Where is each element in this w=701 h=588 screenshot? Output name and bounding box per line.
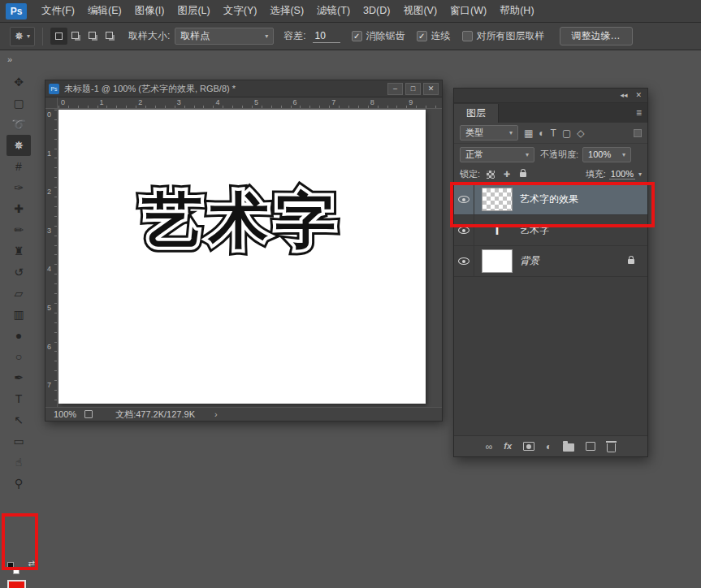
menu-item[interactable]: 窗口(W) xyxy=(444,0,493,22)
sample-all-layers-checkbox[interactable]: 对所有图层取样 xyxy=(462,29,545,43)
new-group-icon[interactable] xyxy=(563,443,574,452)
collapse-panel-icon[interactable]: ◂◂ xyxy=(620,92,627,99)
delete-layer-icon[interactable] xyxy=(607,443,616,452)
blend-mode-dropdown[interactable]: 正常 ▾ xyxy=(460,147,534,162)
gradient-tool[interactable]: ▥ xyxy=(6,304,31,325)
visibility-toggle[interactable] xyxy=(454,246,474,276)
lasso-tool[interactable]: ➰ xyxy=(6,114,31,135)
menu-item[interactable]: 帮助(H) xyxy=(493,0,540,22)
separator xyxy=(42,28,43,45)
link-layers-icon[interactable]: ∞ xyxy=(486,442,493,452)
status-chevron-icon[interactable]: › xyxy=(214,409,218,419)
maximize-button[interactable]: □ xyxy=(405,83,421,95)
pen-tool[interactable]: ✒ xyxy=(6,367,31,388)
canvas[interactable]: 艺术字 艺术字 艺术字 xyxy=(58,110,426,404)
lock-transparency-icon[interactable] xyxy=(487,171,495,179)
text-layer-thumbnail[interactable]: T xyxy=(482,218,513,242)
contiguous-checkbox[interactable]: ✓ 连续 xyxy=(417,29,451,43)
magic-wand-tool[interactable]: ✵ xyxy=(6,135,31,156)
menu-item[interactable]: 视图(V) xyxy=(396,0,444,22)
filter-type-dropdown[interactable]: 类型 ▾ xyxy=(460,125,518,141)
type-tool[interactable]: T xyxy=(6,388,31,409)
vertical-ruler[interactable]: 01234567 xyxy=(45,109,58,407)
ruler-number: 2 xyxy=(136,97,175,107)
panel-menu-icon[interactable]: ≡ xyxy=(636,107,642,119)
menu-item[interactable]: 图层(L) xyxy=(171,0,216,22)
layer-row-background[interactable]: 背景 xyxy=(454,246,647,277)
layer-thumbnail[interactable] xyxy=(482,249,513,273)
dodge-tool[interactable]: ○ xyxy=(6,346,31,367)
new-selection-icon[interactable] xyxy=(50,28,67,45)
tolerance-input[interactable]: 10 xyxy=(313,29,340,43)
zoom-tool[interactable]: ⚲ xyxy=(6,473,31,494)
add-layer-mask-icon[interactable] xyxy=(523,442,534,451)
close-button[interactable]: ✕ xyxy=(423,83,439,95)
fill-group: 填充: 100% ▾ xyxy=(586,168,642,180)
sample-size-dropdown[interactable]: 取样点 ▾ xyxy=(175,28,274,45)
layer-thumbnail[interactable] xyxy=(482,188,513,211)
chevron-down-icon: ▾ xyxy=(638,171,642,178)
filter-image-icon[interactable]: ▦ xyxy=(524,128,533,138)
filter-type-icon[interactable]: T xyxy=(551,128,556,138)
layer-row-text[interactable]: T 艺术字 xyxy=(454,215,647,246)
menu-item[interactable]: 图像(I) xyxy=(128,0,171,22)
document-title-bar[interactable]: Ps 未标题-1 @ 100% (艺术字的效果, RGB/8) * – □ ✕ xyxy=(45,80,442,97)
filter-toggle-icon[interactable] xyxy=(634,129,642,137)
tool-icon: ☝ xyxy=(15,456,23,468)
tool-icon: ✑ xyxy=(14,182,24,193)
tool-preset-picker[interactable]: ✵ ▾ xyxy=(10,27,35,46)
filter-adjustment-icon[interactable]: ◐ xyxy=(539,128,544,138)
lock-pixels-icon[interactable]: ✚ xyxy=(501,169,513,180)
blur-tool[interactable]: ● xyxy=(6,325,31,346)
add-selection-icon[interactable] xyxy=(67,28,84,45)
fill-value[interactable]: 100% xyxy=(609,169,635,179)
ruler-number: 1 xyxy=(45,149,57,188)
clone-stamp-tool[interactable]: ♜ xyxy=(6,240,31,262)
minimize-button[interactable]: – xyxy=(387,83,403,95)
history-brush-tool[interactable]: ↺ xyxy=(6,262,31,283)
swap-colors-icon[interactable]: ⇄ xyxy=(28,559,35,568)
visibility-toggle[interactable] xyxy=(454,215,474,245)
rectangular-marquee-tool[interactable]: ▢ xyxy=(6,93,31,114)
new-layer-icon[interactable] xyxy=(586,442,595,451)
lock-all-icon[interactable] xyxy=(517,169,529,180)
menu-item[interactable]: 3D(D) xyxy=(357,0,396,22)
filter-smart-object-icon[interactable]: ◇ xyxy=(577,128,584,138)
eraser-tool[interactable]: ▱ xyxy=(6,283,31,304)
eye-icon xyxy=(458,196,469,203)
visibility-toggle[interactable] xyxy=(454,184,474,214)
subtract-selection-icon[interactable] xyxy=(84,28,102,45)
adjustment-layer-icon[interactable]: ◐ xyxy=(546,442,552,452)
chevron-down-icon: ▾ xyxy=(622,151,625,158)
foreground-color-swatch[interactable] xyxy=(7,580,26,588)
anti-alias-checkbox[interactable]: ✓ 消除锯齿 xyxy=(352,29,405,43)
menu-item[interactable]: 编辑(E) xyxy=(81,0,128,22)
brush-tool[interactable]: ✏ xyxy=(6,219,31,240)
opacity-dropdown[interactable]: 100% ▾ xyxy=(582,147,631,162)
layer-row-effect[interactable]: 艺术字的效果 xyxy=(454,184,647,215)
menu-item[interactable]: 文字(Y) xyxy=(217,0,264,22)
zoom-level[interactable]: 100% xyxy=(54,409,76,419)
export-icon[interactable] xyxy=(84,410,93,418)
menu-item[interactable]: 选择(S) xyxy=(263,0,310,22)
tab-layers[interactable]: 图层 xyxy=(454,104,499,123)
healing-brush-tool[interactable]: ✚ xyxy=(6,198,31,219)
rectangle-tool[interactable]: ▭ xyxy=(6,430,31,452)
tool-icon: ✚ xyxy=(14,203,24,214)
default-colors-icon[interactable] xyxy=(7,562,19,574)
collapse-toolbox-icon[interactable]: » xyxy=(0,50,37,71)
hand-tool[interactable]: ☝ xyxy=(6,452,31,473)
filter-shape-icon[interactable]: ▢ xyxy=(562,128,571,138)
close-panel-icon[interactable]: ✕ xyxy=(635,92,642,99)
menu-item[interactable]: 文件(F) xyxy=(35,0,81,22)
ruler-number: 0 xyxy=(45,110,57,149)
intersect-selection-icon[interactable] xyxy=(102,28,119,45)
layer-style-icon[interactable]: fx xyxy=(504,442,512,451)
menu-item[interactable]: 滤镜(T) xyxy=(310,0,357,22)
refine-edge-button[interactable]: 调整边缘… xyxy=(560,27,633,45)
move-tool[interactable]: ✥ xyxy=(6,71,31,93)
crop-tool[interactable]: # xyxy=(6,156,31,177)
horizontal-ruler[interactable]: 0123456789 xyxy=(58,97,442,109)
eyedropper-tool[interactable]: ✑ xyxy=(6,177,31,198)
path-selection-tool[interactable]: ↖ xyxy=(6,409,31,430)
